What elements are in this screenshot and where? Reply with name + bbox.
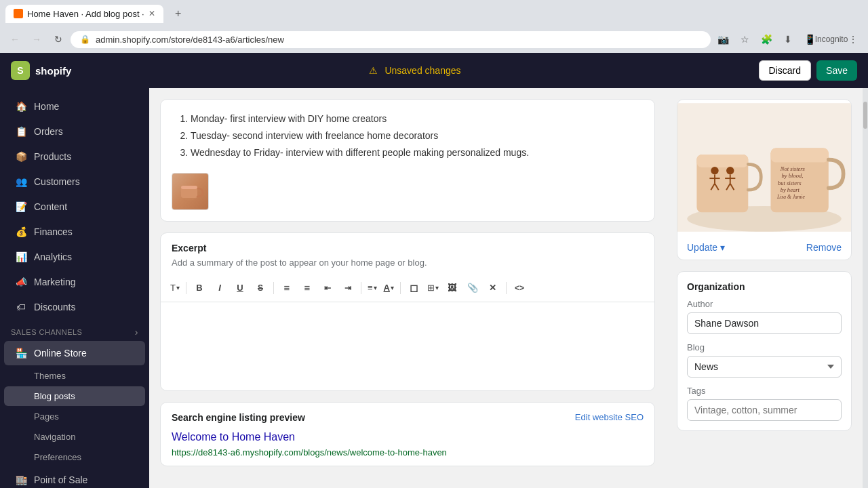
subnav-navigation[interactable]: Navigation xyxy=(4,427,145,447)
sidebar-item-point-of-sale[interactable]: 🏬 Point of Sale xyxy=(4,468,145,488)
sidebar-item-home[interactable]: 🏠 Home xyxy=(4,94,145,119)
attachment-button[interactable]: 📎 xyxy=(463,279,482,298)
bold-button[interactable]: B xyxy=(190,279,209,298)
sales-channels-section: Sales channels › xyxy=(0,320,149,340)
subnav-preferences[interactable]: Preferences xyxy=(4,447,145,467)
highlight-button[interactable]: ◻ xyxy=(404,279,423,298)
extensions-icon[interactable]: 🧩 xyxy=(757,30,776,49)
shopify-letter: S xyxy=(17,65,23,76)
indent-less-button[interactable]: ⇤ xyxy=(318,279,337,298)
app-shell: 🏠 Home 📋 Orders 📦 Products 👥 Customers 📝… xyxy=(0,88,868,488)
sidebar-item-marketing[interactable]: 📣 Marketing xyxy=(4,270,145,294)
forward-button[interactable]: → xyxy=(27,30,46,49)
refresh-button[interactable]: ↻ xyxy=(49,30,68,49)
star-icon[interactable]: ☆ xyxy=(735,30,754,49)
unordered-list-button[interactable]: ≡ xyxy=(277,279,296,298)
update-button[interactable]: Update ▾ xyxy=(687,242,725,253)
save-button[interactable]: Save xyxy=(816,60,857,81)
tab-close-icon[interactable]: ✕ xyxy=(149,9,155,18)
sidebar-item-products[interactable]: 📦 Products xyxy=(4,144,145,169)
browser-tab[interactable]: Home Haven · Add blog post · ✕ xyxy=(5,5,163,23)
incognito-label: Incognito xyxy=(822,30,841,49)
svg-text:by heart: by heart xyxy=(781,186,800,193)
subnav-pages[interactable]: Pages xyxy=(4,407,145,426)
topbar-actions: Discard Save xyxy=(759,60,857,81)
sidebar-label-online-store: Online Store xyxy=(34,348,87,359)
sidebar-item-customers[interactable]: 👥 Customers xyxy=(4,169,145,194)
sidebar-item-analytics[interactable]: 📊 Analytics xyxy=(4,245,145,269)
featured-image-svg: Not sisters by blood, but sisters by hea… xyxy=(677,100,851,235)
svg-rect-6 xyxy=(696,155,748,167)
excerpt-heading: Excerpt xyxy=(161,233,654,253)
orders-icon: 📋 xyxy=(15,125,27,138)
back-button[interactable]: ← xyxy=(5,30,24,49)
editor-toolbar: T ▾ B I U S ≡ ≡ ⇤ ⇥ ≡ ▾ xyxy=(161,274,654,302)
address-bar[interactable]: 🔒 admin.shopify.com/store/de8143-a6/arti… xyxy=(71,31,711,48)
browser-controls: ← → ↻ 🔒 admin.shopify.com/store/de8143-a… xyxy=(0,27,868,53)
seo-section-title: Search engine listing preview xyxy=(172,412,305,423)
analytics-icon: 📊 xyxy=(15,251,27,263)
font-color-chevron: ▾ xyxy=(391,284,394,291)
subnav-themes[interactable]: Themes xyxy=(4,366,145,386)
new-tab-button[interactable]: + xyxy=(169,4,188,23)
clear-format-button[interactable]: ✕ xyxy=(484,279,502,298)
preferences-label: Preferences xyxy=(34,452,81,462)
right-panel: Not sisters by blood, but sisters by hea… xyxy=(666,88,863,488)
font-color-label: A xyxy=(384,283,390,293)
underline-button[interactable]: U xyxy=(231,279,250,298)
author-input[interactable] xyxy=(687,312,842,334)
discounts-icon: 🏷 xyxy=(15,301,27,313)
font-color-dropdown[interactable]: A ▾ xyxy=(381,281,397,294)
svg-rect-2 xyxy=(181,186,197,189)
remove-button[interactable]: Remove xyxy=(806,242,842,253)
lock-icon: 🔒 xyxy=(80,35,90,44)
sidebar-item-online-store[interactable]: 🏪 Online Store xyxy=(4,341,145,365)
svg-text:by blood,: by blood, xyxy=(782,172,804,179)
download-icon[interactable]: ⬇ xyxy=(778,30,797,49)
tags-input[interactable] xyxy=(687,399,842,421)
camera-icon[interactable]: 📷 xyxy=(713,30,732,49)
indent-more-button[interactable]: ⇥ xyxy=(338,279,357,298)
scroll-thumb[interactable] xyxy=(863,102,867,129)
author-label: Author xyxy=(687,299,842,309)
unsaved-text: Unsaved changes xyxy=(384,65,460,76)
table-dropdown[interactable]: ⊞ ▾ xyxy=(425,281,441,294)
shopify-logo[interactable]: S shopify xyxy=(11,61,71,80)
scrollbar[interactable] xyxy=(863,88,868,488)
toolbar-separator-2 xyxy=(273,282,274,294)
discard-button[interactable]: Discard xyxy=(759,60,811,81)
code-button[interactable]: <> xyxy=(510,279,529,298)
editor-body[interactable] xyxy=(161,302,654,390)
author-field-group: Author xyxy=(677,299,851,342)
subnav-blog-posts[interactable]: Blog posts xyxy=(4,386,145,406)
sidebar-label-discounts: Discounts xyxy=(34,302,75,312)
image-button[interactable]: 🖼 xyxy=(443,279,462,298)
text-format-dropdown[interactable]: T ▾ xyxy=(167,281,182,294)
sales-channels-expand-icon[interactable]: › xyxy=(135,327,138,338)
blog-select[interactable]: News Main Blog Updates xyxy=(687,356,842,378)
edit-seo-link[interactable]: Edit website SEO xyxy=(575,412,644,422)
sidebar-label-home: Home xyxy=(34,101,59,112)
sidebar-item-discounts[interactable]: 🏷 Discounts xyxy=(4,295,145,319)
align-dropdown[interactable]: ≡ ▾ xyxy=(365,281,380,294)
customers-icon: 👥 xyxy=(15,176,27,188)
sidebar-label-products: Products xyxy=(34,151,71,162)
product-image-container: Not sisters by blood, but sisters by hea… xyxy=(677,100,851,235)
seo-card: Search engine listing preview Edit websi… xyxy=(160,402,655,466)
sidebar-item-orders[interactable]: 📋 Orders xyxy=(4,119,145,144)
content-ordered-list: Monday- first interview with DIY home cr… xyxy=(177,110,638,162)
shopify-icon: S xyxy=(11,61,30,80)
blog-field-group: Blog News Main Blog Updates xyxy=(677,342,851,386)
ordered-list-button[interactable]: ≡ xyxy=(298,279,317,298)
svg-text:but sisters: but sisters xyxy=(778,180,802,186)
sidebar-label-pos: Point of Sale xyxy=(34,474,87,485)
finances-icon: 💰 xyxy=(15,226,27,238)
sidebar-item-finances[interactable]: 💰 Finances xyxy=(4,220,145,244)
menu-icon[interactable]: ⋮ xyxy=(844,30,863,49)
svg-rect-18 xyxy=(770,148,828,163)
strikethrough-button[interactable]: S xyxy=(251,279,270,298)
toolbar-separator-4 xyxy=(400,282,401,294)
sidebar-item-content[interactable]: 📝 Content xyxy=(4,195,145,219)
italic-button[interactable]: I xyxy=(210,279,229,298)
shopify-wordmark: shopify xyxy=(35,65,71,77)
